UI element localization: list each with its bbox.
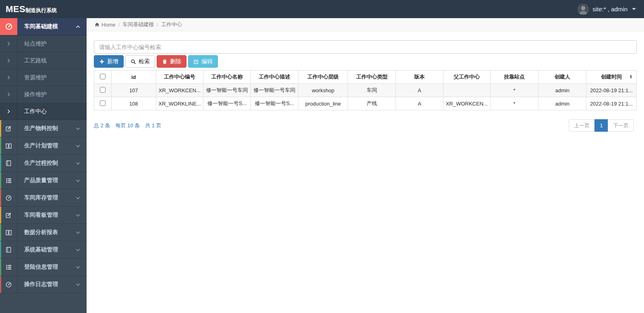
- sidebar-item-label: 操作日志管理: [17, 281, 75, 288]
- prev-page-button[interactable]: 上一页: [569, 119, 595, 132]
- avatar: [578, 4, 589, 15]
- sidebar-item-7[interactable]: 数据分析报表: [0, 224, 87, 241]
- table-cell: admin: [538, 84, 586, 97]
- breadcrumb-item-current: 工作中心: [161, 21, 182, 28]
- chevron-right-icon: [6, 58, 11, 63]
- sidebar-subitem-label: 工作中心: [17, 108, 87, 115]
- sidebar-item-label: 生产物料控制: [17, 125, 75, 132]
- column-header: 创建人: [538, 70, 586, 84]
- chevron-down-icon: [75, 195, 81, 201]
- sidebar-item-5[interactable]: 车间库存管理: [0, 189, 87, 207]
- table-cell: 产线: [348, 97, 396, 110]
- main-content: Home / 车间基础建模 / 工作中心 新增检索删除编辑 id工作中心编号工作…: [87, 18, 644, 313]
- accent-strip: [0, 155, 1, 172]
- accent-strip: [0, 224, 1, 241]
- chevron-down-icon: [75, 126, 81, 131]
- next-page-button[interactable]: 下一页: [608, 119, 634, 132]
- app-logo-mes: MES: [6, 4, 25, 15]
- accent-strip: [0, 172, 1, 189]
- table-cell: XR_WORKLINE...: [156, 97, 203, 110]
- table-cell: admin: [538, 97, 586, 110]
- columns-icon: [0, 137, 17, 154]
- edit-button[interactable]: 编辑: [188, 55, 218, 68]
- table-cell: *: [490, 97, 538, 110]
- table-cell: 108: [111, 97, 156, 110]
- select-all-checkbox[interactable]: [100, 74, 106, 79]
- table-cell: *: [490, 84, 538, 97]
- column-header: 工作中心类型: [348, 70, 396, 84]
- sidebar-item-4[interactable]: 产品质量管理: [0, 172, 87, 189]
- breadcrumb-item-1[interactable]: 车间基础建模: [122, 21, 154, 28]
- column-header: 父工作中心: [443, 70, 490, 84]
- sidebar-subitem-1[interactable]: 站点维护: [0, 35, 87, 52]
- add-button[interactable]: 新增: [94, 55, 124, 68]
- sidebar-subitem-label: 操作维护: [17, 91, 87, 98]
- user-photo: [578, 4, 589, 15]
- table-cell: 2022-08-19 21:1...: [586, 84, 637, 97]
- chevron-right-icon: [6, 75, 11, 80]
- dashboard-icon: [0, 18, 17, 35]
- sidebar-subitem-label: 站点维护: [17, 40, 87, 48]
- chevron-right-icon: [0, 35, 17, 52]
- chevron-down-icon: [75, 247, 81, 253]
- row-checkbox[interactable]: [100, 100, 106, 106]
- sidebar: 车间基础建模 站点维护工艺路线资源维护操作维护工作中心 生产物料控制生产计划管理…: [0, 18, 87, 313]
- search-input[interactable]: [94, 40, 637, 54]
- trash-icon: [162, 59, 168, 64]
- sidebar-item-8[interactable]: 系统基础管理: [0, 241, 87, 259]
- sidebar-subitem-4[interactable]: 操作维护: [0, 86, 87, 103]
- chevron-right-icon: [6, 41, 11, 46]
- table-cell: XR_WORKCEN...: [443, 97, 490, 110]
- chevron-down-icon: [75, 161, 81, 166]
- chevron-right-icon: [6, 109, 11, 114]
- sidebar-item-2[interactable]: 生产计划管理: [0, 137, 87, 155]
- breadcrumb-home[interactable]: Home: [101, 22, 116, 28]
- table-cell: 修一智能一号S...: [203, 97, 251, 110]
- accent-strip: [0, 241, 1, 258]
- column-header: 工作中心描述: [251, 70, 298, 84]
- book-icon: [0, 155, 17, 172]
- app-logo[interactable]: MES制造执行系统: [0, 4, 57, 15]
- column-header: 版本: [396, 70, 443, 84]
- pagination: 上一页 1 下一页: [569, 119, 634, 132]
- breadcrumb-separator: /: [118, 22, 120, 28]
- chevron-right-icon: [6, 92, 11, 97]
- sidebar-subitem-3[interactable]: 资源维护: [0, 69, 87, 86]
- sidebar-item-label: 产品质量管理: [17, 177, 75, 184]
- table-cell: 修一智能一号S...: [251, 97, 298, 110]
- row-checkbox[interactable]: [100, 87, 106, 93]
- sidebar-item-1[interactable]: 生产物料控制: [0, 120, 87, 137]
- sidebar-item-9[interactable]: 登陆信息管理: [0, 259, 87, 276]
- accent-strip: [0, 189, 1, 206]
- sidebar-group-workshop-modeling[interactable]: 车间基础建模: [0, 18, 87, 35]
- sidebar-subitem-label: 工艺路线: [17, 57, 87, 64]
- chevron-down-icon: [75, 265, 81, 270]
- sidebar-item-3[interactable]: 生产过程控制: [0, 155, 87, 172]
- page-1-button[interactable]: 1: [594, 119, 608, 132]
- sidebar-item-6[interactable]: 车间看板管理: [0, 207, 87, 224]
- table-row[interactable]: 107XR_WORKCEN...修一智能一号车间修一智能一号车间workshop…: [94, 84, 637, 97]
- total-count[interactable]: 总 2 条: [94, 122, 110, 129]
- chevron-right-icon: [0, 69, 17, 86]
- page-size[interactable]: 每页 10 条: [115, 122, 140, 129]
- search-button[interactable]: 检索: [125, 55, 155, 68]
- table-cell: 修一智能一号车间: [251, 84, 298, 97]
- sidebar-item-label: 生产计划管理: [17, 142, 75, 149]
- list-icon: [0, 259, 17, 276]
- accent-strip: [0, 207, 1, 224]
- sidebar-subitem-2[interactable]: 工艺路线: [0, 52, 87, 69]
- sidebar-subitem-5[interactable]: 工作中心: [0, 103, 87, 120]
- table-cell: A: [396, 97, 443, 110]
- delete-button[interactable]: 删除: [157, 55, 186, 68]
- row-checkbox-cell: [94, 84, 112, 97]
- page-body: 新增检索删除编辑 id工作中心编号工作中心名称工作中心描述工作中心层级工作中心类…: [87, 31, 644, 132]
- pin-icon[interactable]: [629, 75, 633, 80]
- user-menu[interactable]: site:* , admin: [578, 4, 644, 15]
- button-label: 检索: [139, 58, 150, 65]
- sidebar-item-10[interactable]: 操作日志管理: [0, 276, 87, 293]
- table-footer: 总 2 条每页 10 条共 1 页 上一页 1 下一页: [94, 119, 637, 132]
- table-row[interactable]: 108XR_WORKLINE...修一智能一号S...修一智能一号S...pro…: [94, 97, 637, 110]
- table-cell: 车间: [348, 84, 396, 97]
- page-count[interactable]: 共 1 页: [145, 122, 161, 129]
- sidebar-item-label: 数据分析报表: [17, 229, 75, 236]
